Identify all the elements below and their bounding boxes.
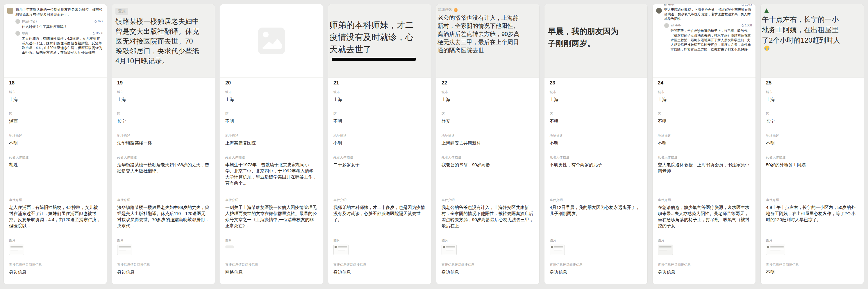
- field-label-image: 图片: [441, 238, 534, 243]
- field-source: 直接信息还是间接信息 身边信息: [9, 263, 101, 275]
- field-label-event: 事件介绍: [550, 198, 642, 202]
- post-text-line: 新村，全家阴的情况下他阳性。: [440, 22, 536, 30]
- thumbnail-avatar: [443, 246, 445, 248]
- field-label-address: 地址描述: [117, 134, 210, 138]
- image-thumbnail: [658, 245, 750, 255]
- field-value-district: 不明: [550, 118, 642, 124]
- field-value-deceased: 我老公的爷爷，90岁高龄: [441, 161, 534, 168]
- field-value-address: 上海静安去共康新村: [441, 140, 534, 146]
- record-card[interactable]: 20 城市 上海 区 不明 地址描述 上海某康复医院 死者大体描述 李昶生于19…: [220, 4, 323, 284]
- image-thumbnail: [117, 245, 210, 255]
- field-address: 地址描述 法华镇路某楼一楼: [117, 134, 210, 155]
- comment-row: 我几十年前就认识的一位胡姓朋友也是因为封控、核酸检测等原因没有得到及时救治而死亡…: [7, 7, 103, 17]
- orange-emoji: [454, 8, 458, 12]
- field-image: 图片: [117, 238, 210, 263]
- record-card[interactable]: 师弟的本科师妹，才二疫情没有及时就诊，心天就去世了 21 城市 上海 区 不明 …: [328, 4, 431, 284]
- field-value-city: 上海: [658, 96, 750, 102]
- field-label-address: 地址描述: [9, 134, 101, 138]
- record-number: 19: [117, 80, 210, 90]
- field-value-event: 在急诊病逝，缺少氧气等医疗资源，哀求医生求职未果...夫人亦感染为阳性。吴老师苦…: [658, 204, 750, 229]
- poster-name: 鼠甜橙酱: [440, 7, 536, 12]
- field-label-district: 区: [225, 112, 318, 116]
- field-address: 地址描述 上海静安去共康新村: [441, 134, 534, 155]
- field-value-city: 上海: [117, 96, 210, 102]
- field-label-event: 事件介绍: [334, 198, 426, 202]
- thumbnail-box: [334, 245, 348, 255]
- field-value-source: 网络信息: [225, 269, 318, 275]
- field-source: 直接信息还是间接信息 身边信息: [658, 263, 750, 275]
- record-card[interactable]: ETHAN1343交大电院退休教授，上海书协会员，书法家吴中南老师在急诊病逝，缺…: [652, 4, 756, 284]
- field-label-district: 区: [550, 112, 642, 116]
- card-gallery: 我几十年前就认识的一位胡姓朋友也是因为封控、核酸检测等原因没有得到及时救治而死亡…: [0, 0, 868, 288]
- field-source: 直接信息还是间接信息 身边信息: [550, 263, 642, 275]
- field-value-address: 不明: [658, 140, 750, 146]
- field-label-source: 直接信息还是间接信息: [9, 263, 101, 267]
- thumbnail-avatar: [335, 246, 337, 248]
- field-district: 区 长宁: [117, 112, 210, 134]
- field-address: 地址描述 不明: [334, 134, 426, 155]
- field-value-district: 长宁: [117, 118, 210, 124]
- field-event: 事件介绍 4.9上午十点左右，长宁的一小区内，50岁的外地务工阿姨，在出租屋里心…: [766, 198, 859, 238]
- screenshot-cover: 师弟的本科师妹，才二疫情没有及时就诊，心天就去世了: [328, 4, 431, 78]
- field-label-source: 直接信息还是间接信息: [766, 263, 859, 267]
- comment-row: 交大电院退休教授，上海书协会员，书法家吴中南老师在急诊病逝，缺少氧气等医疗资源，…: [656, 7, 752, 21]
- field-value-source: 不明: [766, 269, 859, 275]
- redaction-bar: [332, 58, 416, 61]
- record-number: 23: [550, 80, 642, 90]
- record-card[interactable]: 我几十年前就认识的一位胡姓朋友也是因为封控、核酸检测等原因没有得到及时救治而死亡…: [3, 4, 107, 284]
- field-label-address: 地址描述: [550, 134, 642, 138]
- field-value-city: 上海: [225, 96, 318, 102]
- thumbs-up-icon: [94, 20, 97, 23]
- post-text-line: 医无对接医院而去世。70: [115, 36, 211, 46]
- field-value-source: 身边信息: [550, 269, 642, 275]
- post-text-line: 曾是交大出版社翻译。休克: [115, 26, 211, 36]
- field-value-address: 法华镇路某楼一楼: [117, 140, 210, 146]
- poster-name-text: 鼠甜橙酱: [440, 7, 453, 12]
- reply-text: 苦等两天，坐在急诊角落的椅子上，打吊瓶、吸氧气（被封控的子女设法送去的，杯水车薪…: [671, 29, 752, 52]
- post-text-line: 疫情没有及时就诊，心: [332, 31, 428, 43]
- thumbnail-box: [550, 245, 565, 255]
- field-deceased: 死者大体描述 李昶生于1973年，曾就读于北京史家胡同小学、北京二中、北京四中，…: [225, 155, 318, 198]
- thumbnail-box: [766, 245, 785, 255]
- image-thumbnail: [225, 246, 318, 248]
- record-card[interactable]: 早晨，我的朋友因为子刚刚两岁。 23 城市 上海 区 不明 地址描述 不明 死者…: [544, 4, 648, 284]
- field-label-address: 地址描述: [225, 134, 318, 138]
- record-card[interactable]: 置顶镇路某楼一楼独居老夫妇中曾是交大出版社翻译。休克医无对接医院而去世。70晚敲…: [112, 4, 215, 284]
- thumbnail-box: [441, 245, 457, 255]
- comment-text: 交大电院退休教授，上海书协会员，书法家吴中南老师在急诊病逝，缺少氧气等医疗资源，…: [664, 7, 752, 21]
- post-text-line: 通的隔离医院去世: [440, 46, 536, 54]
- field-event: 事件介绍 老人住浦西，有陈旧性脑梗，4.2摔跤，女儿被封在浦东过不了江，妹妹们虽…: [9, 198, 101, 238]
- field-label-image: 图片: [225, 238, 318, 243]
- field-city: 城市 上海: [550, 90, 642, 112]
- commenter-name: ETHAN: [671, 24, 681, 27]
- field-value-district: 不明: [225, 118, 318, 124]
- reply-row: 敏宴3506老人住浦西，有陈旧性脑梗，4.2摔跤，女儿被封在浦东过不了江，妹妹们…: [16, 31, 103, 55]
- comment-text: 我几十年前就认识的一位胡姓朋友也是因为封控、核酸检测等原因没有得到及时救治而死亡…: [16, 7, 103, 17]
- card-body: 23 城市 上海 区 不明 地址描述 不明 死者大体描述 不明男性，有个两岁的儿…: [545, 78, 647, 284]
- field-label-deceased: 死者大体描述: [441, 155, 534, 159]
- like-count: 977: [94, 20, 103, 23]
- image-thumbnail: [441, 245, 534, 255]
- field-event: 事件介绍 一则关于上海某康复医院一位病人因疫情管理无人护理而去世的文章在微信群里…: [225, 198, 318, 238]
- field-label-source: 直接信息还是间接信息: [334, 263, 426, 267]
- record-card[interactable]: 午十点左右，长宁的一小地务工阿姨，在出租屋里了2个小时的120赶到时人 25 城…: [761, 4, 864, 284]
- field-label-source: 直接信息还是间接信息: [117, 263, 210, 267]
- field-city: 城市 上海: [658, 90, 750, 112]
- image-thumbnail: [9, 245, 101, 255]
- card-body: 18 城市 上海 区 浦西 地址描述 不明 死者大体描述 胡姓 事件介绍 老人住…: [4, 78, 107, 284]
- field-value-source: 身边信息: [334, 269, 426, 275]
- field-label-deceased: 死者大体描述: [550, 155, 642, 159]
- image-placeholder-icon: [258, 28, 285, 54]
- screenshot-cover: 置顶镇路某楼一楼独居老夫妇中曾是交大出版社翻译。休克医无对接医院而去世。70晚敲…: [112, 4, 215, 78]
- record-card[interactable]: 鼠甜橙酱老公的爷爷也没有计入，上海静新村，全家阴的情况下他阳性。离酒店后差点转去…: [436, 4, 539, 284]
- field-value-deceased: 不明男性，有个两岁的儿子: [550, 161, 642, 168]
- record-number: 25: [766, 80, 859, 90]
- thumbnail-box: [117, 245, 132, 255]
- field-value-district: 静安: [441, 118, 534, 124]
- field-label-image: 图片: [550, 238, 642, 243]
- screenshot-cover: 早晨，我的朋友因为子刚刚两岁。: [545, 4, 647, 78]
- field-value-address: 不明: [766, 140, 859, 146]
- screenshot-cover: 我几十年前就认识的一位胡姓朋友也是因为封控、核酸检测等原因没有得到及时救治而死亡…: [4, 4, 107, 78]
- commenter-name: ETHAN: [664, 4, 674, 6]
- tree-emoji: [764, 8, 769, 13]
